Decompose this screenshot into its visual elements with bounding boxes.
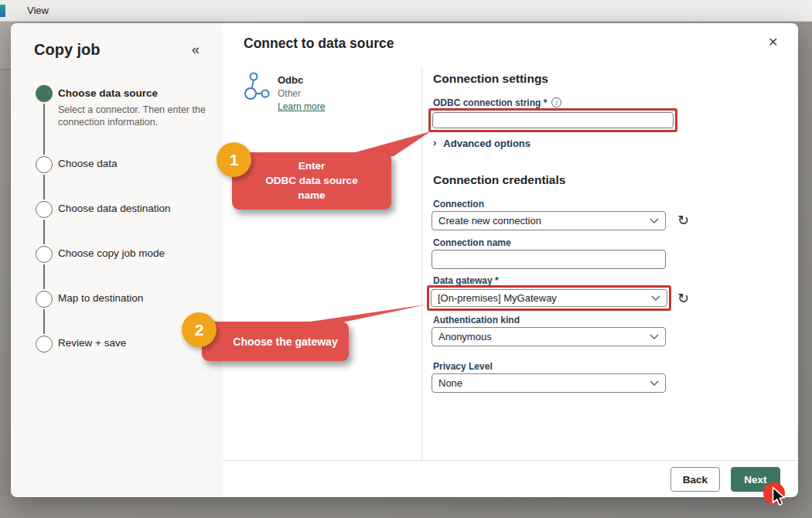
chevron-down-icon (650, 380, 659, 386)
info-icon[interactable]: i (551, 97, 561, 107)
wizard-dialog: Copy job « Choose data source Select a c… (11, 23, 798, 497)
background-divider (0, 69, 11, 70)
step-circle (36, 85, 53, 102)
authentication-kind-dropdown-value: Anonymous (438, 331, 650, 342)
authentication-kind-label: Authentication kind (433, 315, 520, 325)
connector-category: Other (278, 88, 301, 99)
refresh-connection-button[interactable]: ↻ (677, 213, 689, 227)
chevron-right-icon: › (433, 137, 436, 148)
menubar: View (0, 0, 812, 22)
step-circle (36, 291, 53, 308)
annotation-highlight-odbc-input (428, 108, 677, 132)
annotation-badge-1: 1 (217, 142, 251, 177)
step-description: Select a connector. Then enter the conne… (58, 104, 219, 128)
connector-line (43, 104, 45, 155)
advanced-options-label: Advanced options (443, 138, 531, 149)
connector-line (43, 220, 45, 244)
annotation-callout-1: Enter ODBC data source name (232, 152, 391, 210)
sidebar-title: Copy job (34, 41, 101, 59)
odbc-connector-icon (242, 71, 273, 105)
odbc-connection-string-input[interactable] (432, 112, 674, 128)
learn-more-link[interactable]: Learn more (278, 101, 325, 112)
connection-dropdown[interactable]: Create new connection (432, 211, 666, 230)
footer-divider (223, 460, 798, 461)
chevron-down-icon (651, 295, 660, 301)
chevron-down-icon (650, 218, 659, 223)
odbc-connection-string-label: ODBC connection string *i (433, 97, 561, 108)
back-button[interactable]: Back (670, 467, 720, 492)
refresh-icon: ↻ (677, 213, 689, 228)
privacy-level-label: Privacy Level (433, 361, 493, 372)
authentication-kind-dropdown[interactable]: Anonymous (432, 327, 666, 346)
callout-1-line: ODBC data source (232, 173, 391, 188)
callout-1-line: name (232, 188, 391, 203)
step-label: Choose data source (58, 87, 158, 99)
step-circle (36, 156, 53, 173)
cursor-icon (771, 486, 786, 506)
screen: View Copy job « Choose data source Selec… (0, 0, 812, 518)
data-gateway-dropdown-value: [On-premises] MyGateway (438, 292, 651, 304)
advanced-options-toggle[interactable]: ›Advanced options (433, 138, 531, 149)
connection-dropdown-value: Create new connection (438, 215, 650, 227)
data-gateway-dropdown[interactable]: [On-premises] MyGateway (431, 289, 667, 307)
connector-name: Odbc (278, 74, 303, 86)
step-circle (36, 336, 53, 353)
dialog-title: Connect to data source (244, 36, 394, 52)
connection-name-input[interactable] (432, 250, 666, 269)
callout-2-text: Choose the gateway (233, 336, 337, 348)
connection-name-label: Connection name (433, 237, 511, 248)
annotation-highlight-gateway-dropdown: [On-premises] MyGateway (427, 285, 671, 311)
privacy-level-dropdown[interactable]: None (432, 373, 666, 393)
connector-line (43, 309, 45, 334)
chevron-down-icon (650, 334, 659, 339)
connection-settings-heading: Connection settings (433, 72, 548, 86)
step-label: Choose data (58, 158, 118, 169)
app-icon (0, 5, 5, 17)
background-divider (798, 58, 812, 59)
background-strip (0, 22, 11, 70)
label-text: ODBC connection string * (433, 97, 547, 108)
step-label: Choose copy job mode (58, 247, 165, 259)
step-label: Map to destination (58, 292, 143, 304)
data-gateway-label: Data gateway * (433, 275, 499, 286)
callout-1-line: Enter (232, 158, 391, 173)
connector-line (43, 264, 45, 289)
close-icon: ✕ (768, 36, 778, 49)
refresh-icon: ↻ (677, 291, 689, 306)
panel-divider (421, 68, 422, 460)
connection-credentials-heading: Connection credentials (433, 173, 565, 187)
wizard-sidebar: Copy job « Choose data source Select a c… (11, 23, 223, 497)
view-menu-item[interactable]: View (27, 5, 49, 16)
close-button[interactable]: ✕ (764, 33, 782, 51)
annotation-callout-2: Choose the gateway (202, 322, 349, 361)
refresh-gateway-button[interactable]: ↻ (677, 291, 689, 305)
step-circle (36, 246, 53, 263)
sidebar-collapse-button[interactable]: « (192, 42, 200, 58)
annotation-badge-2: 2 (182, 312, 217, 347)
step-circle (36, 201, 53, 218)
step-label: Choose data destination (58, 203, 171, 214)
connector-line (43, 175, 45, 199)
privacy-level-dropdown-value: None (438, 377, 650, 389)
step-label: Review + save (58, 337, 126, 349)
connection-label: Connection (433, 199, 484, 210)
